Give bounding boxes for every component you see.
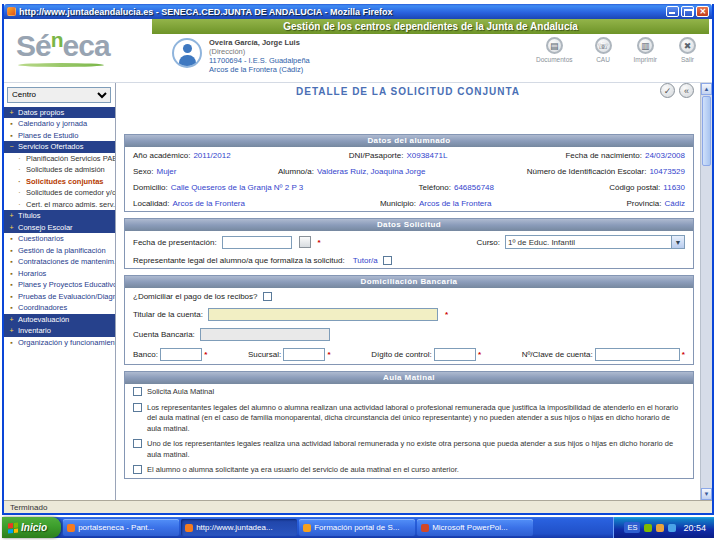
sidebar-item-label: Cert. el marco admis. serv. compl. <box>26 200 115 209</box>
sidebar-item-icon: ▪ <box>8 247 15 254</box>
sidebar-item[interactable]: ▪ Horarios <box>4 268 115 280</box>
seneca-logo: Séneca <box>16 29 110 63</box>
option-checkbox[interactable] <box>133 439 142 448</box>
field-row: Representante legal del alumno/a que for… <box>125 252 693 268</box>
field-codigo-postal: Código postal:11630 <box>609 183 685 192</box>
field-dni: DNI/Pasaporte:X0938471L <box>349 151 448 160</box>
header-action-button[interactable]: ▤ Documentos <box>536 37 573 63</box>
sidebar-item[interactable]: · Solicitudes de admisión <box>4 164 115 176</box>
sidebar-item[interactable]: ▪ Calendario y jornada <box>4 118 115 130</box>
option-text: Solicita Aula Matinal <box>147 387 214 398</box>
option-checkbox[interactable] <box>133 387 142 396</box>
maximize-button[interactable] <box>681 6 694 17</box>
sidebar-item[interactable]: · Planificación Servicios PAE <box>4 153 115 165</box>
tray-icon-green[interactable] <box>644 524 652 532</box>
option-text: El alumno o alumna solicitante ya era us… <box>147 465 459 476</box>
field-digito-control: Dígito de control: * <box>371 348 481 361</box>
sidebar-item[interactable]: ▪ Coordinadores <box>4 302 115 314</box>
sidebar-item-icon: · <box>16 189 23 196</box>
sidebar-item[interactable]: · Cert. el marco admis. serv. compl. <box>4 199 115 211</box>
sidebar-item-icon: ▪ <box>8 304 15 311</box>
header-action-button[interactable]: ✖ Salir <box>679 37 696 63</box>
tray-icon-blue[interactable] <box>668 524 676 532</box>
field-fecha-nacimiento: Fecha de nacimiento:24/03/2008 <box>565 151 685 160</box>
tutor-checkbox[interactable] <box>383 256 392 265</box>
taskbar-clock: 20:54 <box>683 523 706 533</box>
domiciliar-checkbox[interactable] <box>263 292 272 301</box>
taskbar-button[interactable]: http://www.juntadea... <box>181 519 297 536</box>
start-button[interactable]: Inicio <box>2 517 61 538</box>
sidebar-item-label: Consejo Escolar <box>18 223 73 232</box>
header-actions: ▤ Documentos ☏ CAU ▥ Imprimir ✖ Salir <box>536 37 696 63</box>
action-label: Imprimir <box>634 56 657 63</box>
app-header: Séneca Gestión de los centros dependient… <box>4 19 712 83</box>
taskbar: Inicio portalseneca - Pant... http://www… <box>2 517 714 538</box>
taskbar-button[interactable]: portalseneca - Pant... <box>63 519 179 536</box>
option-row: Los representantes legales del alumno o … <box>125 400 693 437</box>
scrollbar-thumb[interactable] <box>702 96 711 166</box>
tray-icon-orange[interactable] <box>656 524 664 532</box>
sidebar-item[interactable]: ▪ Contrataciones de mantenim. <box>4 256 115 268</box>
sidebar-item-icon: · <box>16 178 23 185</box>
sidebar-item[interactable]: ▪ Gestión de la planificación <box>4 245 115 257</box>
field-row: Sexo:Mujer Alumno/a:Valderas Ruiz, Joaqu… <box>125 163 693 179</box>
taskbar-button[interactable]: Microsoft PowerPoi... <box>417 519 533 536</box>
sucursal-input[interactable] <box>283 348 325 361</box>
fecha-presentacion-input[interactable] <box>222 236 292 249</box>
option-checkbox[interactable] <box>133 403 142 412</box>
context-select[interactable]: Centro <box>7 87 111 103</box>
sidebar-item[interactable]: ▪ Cuestionarios <box>4 233 115 245</box>
sidebar-item-label: Solicitudes conjuntas <box>26 177 104 186</box>
header-action-button[interactable]: ▥ Imprimir <box>634 37 657 63</box>
required-marker: * <box>445 310 448 319</box>
sidebar-item-label: Planes y Proyectos Educativos <box>18 280 115 289</box>
sidebar-item-label: Coordinadores <box>18 303 67 312</box>
digito-control-input[interactable] <box>434 348 476 361</box>
accept-button[interactable]: ✓ <box>660 83 675 98</box>
header-action-button[interactable]: ☏ CAU <box>595 37 612 63</box>
main-scrollbar[interactable]: ▲ ▼ <box>700 83 712 500</box>
cuenta-input[interactable] <box>200 328 330 341</box>
sidebar-item[interactable]: + Autoevaluación <box>4 314 115 326</box>
sidebar-item-label: Cuestionarios <box>18 234 64 243</box>
field-row: Cuenta Bancaria: <box>125 324 693 344</box>
sidebar-item[interactable]: + Consejo Escolar <box>4 222 115 234</box>
sidebar-item-icon: + <box>8 316 15 323</box>
sidebar-item[interactable]: ▪ Planes y Proyectos Educativos <box>4 279 115 291</box>
curso-select[interactable]: 1º de Educ. Infantil ▼ <box>505 235 685 249</box>
calendar-button[interactable] <box>299 236 311 248</box>
minimize-button[interactable] <box>666 6 679 17</box>
sidebar-item[interactable]: + Títulos <box>4 210 115 222</box>
status-bar: Terminado <box>4 500 712 513</box>
sidebar-item[interactable]: + Datos propios <box>4 107 115 119</box>
sidebar-item[interactable]: ▪ Planes de Estudio <box>4 130 115 142</box>
sidebar-item[interactable]: ▪ Organización y funcionamiento de bibl. <box>4 337 115 349</box>
system-tray: ES 20:54 <box>613 517 714 538</box>
option-checkbox[interactable] <box>133 465 142 474</box>
language-indicator[interactable]: ES <box>624 522 640 533</box>
field-row: Localidad:Arcos de la Frontera Municipio… <box>125 195 693 211</box>
section-header: Aula Matinal <box>125 372 693 384</box>
field-municipio: Municipio:Arcos de la Frontera <box>380 199 492 208</box>
banco-input[interactable] <box>160 348 202 361</box>
sidebar-item[interactable]: + Inventario <box>4 325 115 337</box>
close-button[interactable] <box>696 6 709 17</box>
scroll-down-icon[interactable]: ▼ <box>701 488 712 500</box>
sidebar-item[interactable]: ▪ Pruebas de Evaluación/Diagnóstico <box>4 291 115 303</box>
action-icon: ▤ <box>546 37 563 54</box>
option-row: Solicita Aula Matinal <box>125 384 693 400</box>
sidebar-item-label: Solicitudes de comedor y/o aula <box>26 188 115 197</box>
domiciliar-question: ¿Domiciliar el pago de los recibos? <box>133 292 258 301</box>
taskbar-button[interactable]: Formación portal de S... <box>299 519 415 536</box>
taskbar-button-label: Microsoft PowerPoi... <box>432 523 508 532</box>
back-button[interactable]: « <box>679 83 694 98</box>
clave-cuenta-input[interactable] <box>595 348 680 361</box>
action-icon: ✖ <box>679 37 696 54</box>
titlebar[interactable]: http://www.juntadeandalucia.es - SENECA.… <box>4 4 712 19</box>
sidebar-item[interactable]: · Solicitudes conjuntas <box>4 176 115 188</box>
scroll-up-icon[interactable]: ▲ <box>701 83 712 95</box>
sidebar-item[interactable]: · Solicitudes de comedor y/o aula <box>4 187 115 199</box>
titular-input[interactable] <box>208 308 438 321</box>
sidebar-item-icon: + <box>8 212 15 219</box>
sidebar-item[interactable]: − Servicios Ofertados <box>4 141 115 153</box>
